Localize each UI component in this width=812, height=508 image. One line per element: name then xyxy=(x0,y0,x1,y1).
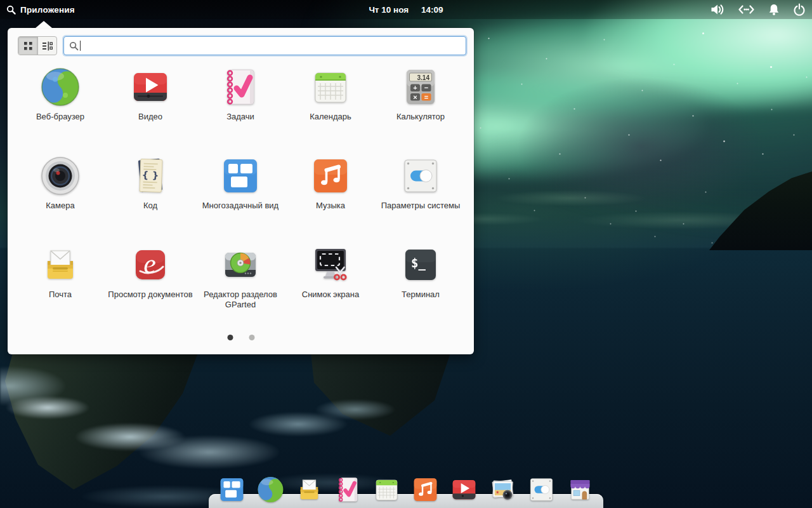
camera-icon xyxy=(40,156,81,196)
app-document-viewer[interactable]: e Просмотр документов xyxy=(105,244,195,333)
pager-dot-2[interactable] xyxy=(249,335,254,340)
svg-text:=: = xyxy=(424,93,428,101)
screenshot-icon xyxy=(310,244,351,285)
dock-icons xyxy=(218,476,594,504)
app-calendar[interactable]: Календарь xyxy=(285,67,376,156)
launcher-toolbar xyxy=(18,36,466,55)
list-view-button[interactable] xyxy=(37,37,56,55)
search-field[interactable] xyxy=(63,36,466,55)
terminal-icon: $_ xyxy=(400,244,441,285)
calculator-icon: 3.14 + − × = xyxy=(400,67,441,107)
popup-arrow xyxy=(36,21,52,28)
system-settings-icon xyxy=(400,156,441,196)
power-indicator[interactable] xyxy=(793,3,806,17)
app-label: Многозадачный вид xyxy=(202,201,278,211)
videos-icon xyxy=(450,476,478,504)
pager-dot-1[interactable] xyxy=(227,335,233,340)
search-icon xyxy=(6,5,16,15)
system-settings-icon xyxy=(528,476,556,504)
app-multitasking-view[interactable]: Многозадачный вид xyxy=(195,156,285,244)
search-input[interactable] xyxy=(84,37,466,55)
music-icon xyxy=(310,156,351,196)
appcenter-icon xyxy=(566,476,594,504)
tasks-icon xyxy=(334,476,362,504)
app-calculator[interactable]: 3.14 + − × = Калькулятор xyxy=(376,67,466,156)
app-label: Просмотр документов xyxy=(108,290,192,300)
multitasking-view-icon xyxy=(218,476,246,504)
svg-text:×: × xyxy=(413,93,417,101)
dock-calendar[interactable] xyxy=(373,476,401,504)
photos-icon xyxy=(489,476,517,504)
panel-time: 14:09 xyxy=(421,5,443,15)
apps-grid: Веб-браузер Видео xyxy=(15,67,466,333)
app-tasks[interactable]: Задачи xyxy=(195,67,285,156)
text-cursor xyxy=(80,41,81,51)
view-toggle xyxy=(18,36,57,55)
panel-date: Чт 10 ноя xyxy=(369,5,409,15)
dock-web-browser[interactable] xyxy=(257,476,285,504)
notifications-icon xyxy=(768,3,780,17)
network-icon xyxy=(738,3,755,17)
app-camera[interactable]: Камера xyxy=(15,156,105,244)
app-music[interactable]: Музыка xyxy=(285,156,376,244)
power-icon xyxy=(793,3,806,17)
videos-icon xyxy=(130,67,171,107)
svg-text:{ }: { } xyxy=(141,170,159,182)
dock-music[interactable] xyxy=(412,476,440,504)
tasks-icon xyxy=(220,67,261,107)
app-label: Редактор разделов GParted xyxy=(197,290,284,311)
notifications-indicator[interactable] xyxy=(768,3,780,17)
mail-icon xyxy=(296,476,324,504)
web-browser-icon xyxy=(257,476,285,504)
panel-indicators xyxy=(710,0,806,19)
app-label: Камера xyxy=(46,201,74,211)
app-label: Календарь xyxy=(310,112,351,122)
dock xyxy=(209,494,603,508)
app-web-browser[interactable]: Веб-браузер xyxy=(15,67,105,156)
launcher-pager xyxy=(227,335,254,340)
code-icon: { } xyxy=(130,156,171,196)
app-label: Параметры системы xyxy=(381,201,461,211)
app-mail[interactable]: Почта xyxy=(15,244,105,333)
calendar-icon xyxy=(373,476,401,504)
applications-menu-button[interactable]: Приложения xyxy=(6,0,75,19)
top-panel: Приложения Чт 10 ноя 14:09 xyxy=(0,0,812,19)
dock-videos[interactable] xyxy=(450,476,478,504)
web-browser-icon xyxy=(40,67,81,107)
svg-text:−: − xyxy=(424,84,428,91)
dock-system-settings[interactable] xyxy=(528,476,556,504)
applications-menu-label: Приложения xyxy=(20,5,75,15)
dock-photos[interactable] xyxy=(489,476,517,504)
calendar-icon xyxy=(310,67,351,107)
gparted-icon xyxy=(220,244,261,285)
app-gparted[interactable]: Редактор разделов GParted xyxy=(195,244,285,333)
app-code[interactable]: { } Код xyxy=(105,156,195,244)
volume-indicator[interactable] xyxy=(710,3,725,17)
search-icon xyxy=(69,41,79,51)
app-label: Калькулятор xyxy=(396,112,445,122)
grid-view-button[interactable] xyxy=(18,37,37,55)
app-label: Веб-браузер xyxy=(36,112,84,122)
app-terminal[interactable]: $_ Терминал xyxy=(376,244,466,333)
svg-text:+: + xyxy=(413,84,417,91)
svg-text:3.14: 3.14 xyxy=(417,74,430,81)
volume-icon xyxy=(710,3,725,17)
app-system-settings[interactable]: Параметры системы xyxy=(376,156,466,244)
dock-tasks[interactable] xyxy=(334,476,362,504)
dock-appcenter[interactable] xyxy=(566,476,594,504)
app-label: Терминал xyxy=(402,290,440,300)
dock-mail[interactable] xyxy=(296,476,324,504)
app-screenshot[interactable]: Снимок экрана xyxy=(285,244,376,333)
app-label: Задачи xyxy=(226,112,254,122)
music-icon xyxy=(412,476,440,504)
document-viewer-icon: e xyxy=(130,244,171,285)
datetime-button[interactable]: Чт 10 ноя 14:09 xyxy=(369,0,443,19)
dock-multitasking-view[interactable] xyxy=(218,476,246,504)
svg-text:e: e xyxy=(143,248,156,279)
app-label: Музыка xyxy=(316,201,345,211)
app-videos[interactable]: Видео xyxy=(105,67,195,156)
app-launcher: Веб-браузер Видео xyxy=(8,28,474,354)
app-label: Код xyxy=(143,201,157,211)
mail-icon xyxy=(40,244,81,285)
network-indicator[interactable] xyxy=(738,3,755,17)
